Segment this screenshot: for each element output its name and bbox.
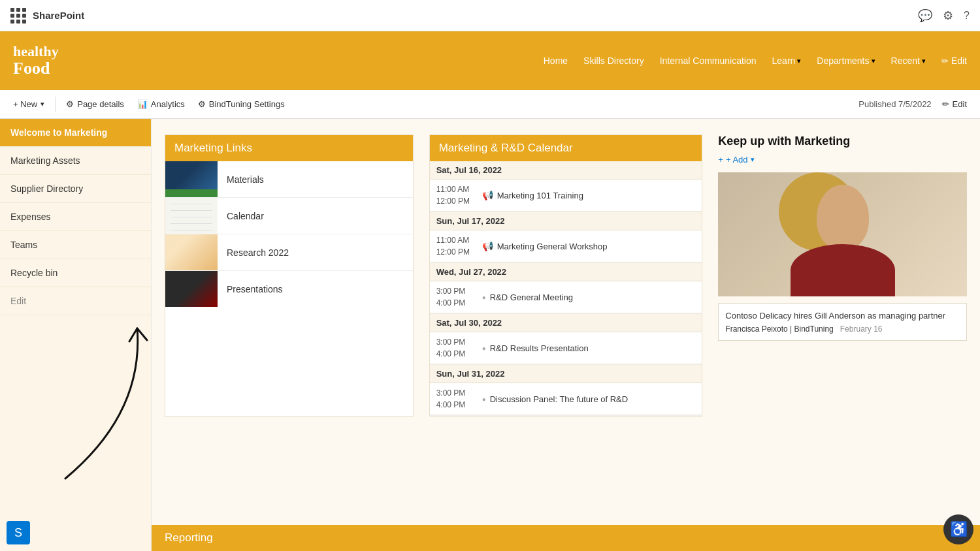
departments-chevron-icon: ▾ [872,57,875,65]
materials-thumbnail [165,161,218,197]
circle-icon-2: ● [482,345,486,352]
top-bar-right: 💬 ⚙ ? [918,8,970,23]
learn-chevron-icon: ▾ [797,57,801,65]
links-list: Materials Calendar Research 2022 [165,161,413,307]
face-decoration [817,185,869,250]
bindtuning-button[interactable]: ⚙ BindTuning Settings [193,96,290,112]
help-icon[interactable]: ? [964,10,970,22]
cal-event-rd-meeting[interactable]: 3:00 PM 4:00 PM ● R&D General Meeting [430,281,702,313]
page-details-button[interactable]: ⚙ Page details [61,96,129,112]
new-label: + New [13,99,37,109]
news-date: February 16 [840,324,883,334]
nav-skills-directory[interactable]: Skills Directory [583,55,644,66]
accessibility-button[interactable]: ♿ [943,514,973,544]
comment-icon[interactable]: 💬 [918,8,932,23]
toolbar-right: Published 7/5/2022 ✏ Edit [858,96,972,112]
cal-event-title-3: R&D General Meeting [490,292,573,302]
cal-time-3: 3:00 PM 4:00 PM [436,285,477,309]
circle-icon-1: ● [482,294,486,301]
brand-food: Food [13,59,59,78]
calendar-title: Marketing & R&D Calendar [439,142,573,154]
nav-departments-label: Departments [817,55,869,66]
svg-line-1 [137,328,147,340]
body-decoration [791,244,895,296]
cal-event-title-5: Discussion Panel: The future of R&D [490,394,628,404]
cal-event-content-5: ● Discussion Panel: The future of R&D [482,394,629,404]
keepup-add-plus-icon: + [718,155,723,165]
nav-departments-dropdown[interactable]: Departments ▾ [817,55,875,66]
analytics-button[interactable]: 📊 Analytics [132,96,190,112]
marketing-links-title: Marketing Links [174,142,252,154]
nav-recent-dropdown[interactable]: Recent ▾ [891,55,926,66]
cal-event-marketing-101[interactable]: 11:00 AM 12:00 PM 📢 Marketing 101 Traini… [430,180,702,212]
cal-event-discussion-panel[interactable]: 3:00 PM 4:00 PM ● Discussion Panel: The … [430,383,702,415]
cal-entry-jul30: Sat, Jul 30, 2022 3:00 PM 4:00 PM ● R&D … [430,314,702,365]
published-label: Published 7/5/2022 [858,99,931,109]
cal-event-title-4: R&D Results Presentation [490,343,589,353]
sidebar-item-supplier-directory[interactable]: Supplier Directory [0,175,151,203]
cal-time-5: 3:00 PM 4:00 PM [436,387,477,411]
waffle-icon[interactable] [10,8,26,24]
sidebar-item-recycle-bin[interactable]: Recycle bin [0,259,151,287]
cal-event-content-1: 📢 Marketing 101 Training [482,190,583,200]
edit-page-button[interactable]: ✏ Edit [937,96,972,112]
cal-time-4: 3:00 PM 4:00 PM [436,336,477,360]
cal-event-content-4: ● R&D Results Presentation [482,343,589,353]
cal-date-jul30: Sat, Jul 30, 2022 [430,314,702,332]
sidebar-item-expenses[interactable]: Expenses [0,203,151,231]
link-item-calendar[interactable]: Calendar [165,198,413,234]
app-title: SharePoint [33,10,84,21]
brand-healthy: healthy [13,44,59,59]
link-item-research[interactable]: Research 2022 [165,234,413,271]
nav-internal-communication[interactable]: Internal Communication [660,55,757,66]
chat-button[interactable]: S [7,521,30,544]
content-area: Marketing Links Materials Calendar [152,119,980,551]
keepup-add-button[interactable]: + + Add ▾ [718,155,754,165]
sidebar-item-marketing-assets[interactable]: Marketing Assets [0,147,151,175]
bindtuning-icon: ⚙ [198,99,206,109]
svg-line-0 [129,328,137,341]
toolbar: + New ▾ ⚙ Page details 📊 Analytics ⚙ Bin… [0,90,980,119]
link-item-materials[interactable]: Materials [165,161,413,198]
cal-event-title-1: Marketing 101 Training [497,191,583,200]
sidebar-item-teams[interactable]: Teams [0,231,151,259]
nav-home[interactable]: Home [544,55,568,66]
cal-event-marketing-general[interactable]: 11:00 AM 12:00 PM 📢 Marketing General Wo… [430,230,702,262]
cal-date-jul27: Wed, Jul 27, 2022 [430,263,702,281]
top-bar-left: SharePoint [10,8,84,24]
analytics-label: Analytics [151,99,185,109]
new-button[interactable]: + New ▾ [8,96,50,112]
analytics-icon: 📊 [137,99,148,109]
sidebar: Welcome to Marketing Marketing Assets Su… [0,119,152,551]
cal-event-rd-presentation[interactable]: 3:00 PM 4:00 PM ● R&D Results Presentati… [430,332,702,364]
materials-label: Materials [218,174,273,185]
cal-event-title-2: Marketing General Workshop [497,242,608,251]
nav-edit-label: Edit [951,55,967,66]
calendar-thumbnail [165,198,218,234]
news-card[interactable]: Contoso Delicacy hires Gill Anderson as … [718,303,967,341]
link-item-presentations[interactable]: Presentations [165,271,413,307]
sidebar-item-edit[interactable]: Edit [0,287,151,315]
reporting-bar: Reporting [152,525,980,551]
nav-learn-label: Learn [772,55,796,66]
page-details-label: Page details [77,99,124,109]
top-bar: SharePoint 💬 ⚙ ? [0,0,980,31]
bindtuning-label: BindTuning Settings [209,99,285,109]
main-layout: Welcome to Marketing Marketing Assets Su… [0,119,980,551]
cal-entry-jul17: Sun, Jul 17, 2022 11:00 AM 12:00 PM 📢 Ma… [430,212,702,263]
marketing-links-card: Marketing Links Materials Calendar [165,134,414,417]
annotation-arrow [13,315,157,498]
keepup-person-image [718,172,967,296]
news-meta: Francisca Peixoto | BindTuning February … [725,324,960,334]
cal-event-content-2: 📢 Marketing General Workshop [482,241,608,251]
content-grid: Marketing Links Materials Calendar [165,134,967,417]
toolbar-left: + New ▾ ⚙ Page details 📊 Analytics ⚙ Bin… [8,96,290,112]
nav-learn-dropdown[interactable]: Learn ▾ [772,55,802,66]
sidebar-item-welcome[interactable]: Welcome to Marketing [0,119,151,147]
chat-icon: S [14,526,22,540]
cal-date-jul31: Sun, Jul 31, 2022 [430,365,702,383]
research-thumbnail [165,234,218,270]
edit-page-pencil-icon: ✏ [942,99,949,109]
settings-icon[interactable]: ⚙ [943,8,953,23]
nav-edit-btn[interactable]: ✏ Edit [941,55,967,66]
